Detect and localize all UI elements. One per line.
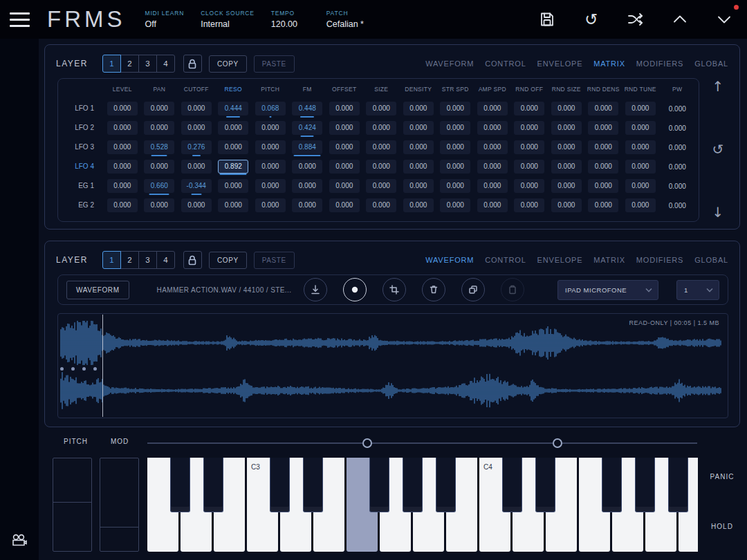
matrix-cell-lfo3-rnd-size[interactable]: 0.000 — [548, 138, 585, 157]
matrix-cell-lfo3-reso[interactable]: 0.000 — [215, 138, 252, 157]
matrix-cell-lfo2-rnd-dens[interactable]: 0.000 — [585, 118, 622, 138]
matrix-cell-lfo4-rnd-tune[interactable]: 0.000 — [622, 157, 659, 176]
input-device-select[interactable]: IPAD MICROFONE — [557, 280, 658, 300]
matrix-cell-lfo3-pitch[interactable]: 0.000 — [252, 138, 289, 157]
tab-global[interactable]: GLOBAL — [694, 59, 728, 68]
layer-button-4[interactable]: 4 — [156, 55, 175, 73]
matrix-cell-lfo2-pitch[interactable]: 0.000 — [252, 118, 289, 138]
range-handle-left[interactable] — [362, 438, 372, 448]
matrix-cell-eg1-amp-spd[interactable]: 0.000 — [474, 176, 511, 196]
matrix-cell-lfo1-pitch[interactable]: 0.068 — [252, 99, 289, 118]
matrix-cell-lfo3-offset[interactable]: 0.000 — [326, 138, 363, 157]
matrix-cell-lfo1-rnd-dens[interactable]: 0.000 — [585, 99, 622, 118]
black-key-ds4[interactable] — [535, 458, 555, 512]
matrix-cell-eg2-pw[interactable]: 0.000 — [659, 196, 697, 215]
video-icon[interactable] — [11, 534, 28, 550]
matrix-cell-lfo1-offset[interactable]: 0.000 — [326, 99, 363, 118]
matrix-cell-eg2-level[interactable]: 0.000 — [104, 196, 141, 215]
layer-button-4[interactable]: 4 — [156, 251, 175, 269]
matrix-cell-lfo1-amp-spd[interactable]: 0.000 — [474, 99, 511, 118]
hamburger-menu-icon[interactable] — [0, 0, 39, 39]
matrix-cell-lfo1-rnd-size[interactable]: 0.000 — [548, 99, 585, 118]
matrix-cell-lfo3-rnd-tune[interactable]: 0.000 — [622, 138, 659, 157]
matrix-cell-lfo3-rnd-off[interactable]: 0.000 — [511, 138, 548, 157]
copy-button[interactable]: COPY — [209, 55, 247, 73]
matrix-cell-lfo4-pitch[interactable]: 0.000 — [252, 157, 289, 176]
matrix-cell-lfo4-pan[interactable]: 0.000 — [141, 157, 178, 176]
matrix-cell-eg2-cutoff[interactable]: 0.000 — [178, 196, 215, 215]
matrix-cell-lfo4-amp-spd[interactable]: 0.000 — [474, 157, 511, 176]
pitch-wheel[interactable] — [53, 458, 92, 552]
matrix-cell-lfo4-str-spd[interactable]: 0.000 — [437, 157, 474, 176]
matrix-cell-lfo2-fm[interactable]: 0.424 — [289, 118, 326, 138]
layer-button-3[interactable]: 3 — [138, 251, 157, 269]
matrix-cell-eg1-cutoff[interactable]: -0.344 — [178, 176, 215, 196]
matrix-cell-eg2-str-spd[interactable]: 0.000 — [437, 196, 474, 215]
matrix-cell-lfo2-rnd-tune[interactable]: 0.000 — [622, 118, 659, 138]
matrix-cell-lfo1-pan[interactable]: 0.000 — [141, 99, 178, 118]
matrix-cell-lfo2-amp-spd[interactable]: 0.000 — [474, 118, 511, 138]
matrix-cell-lfo2-pan[interactable]: 0.000 — [141, 118, 178, 138]
tab-modifiers[interactable]: MODIFIERS — [636, 59, 683, 68]
keyboard-range-slider[interactable] — [147, 442, 697, 444]
tab-waveform[interactable]: WAVEFORM — [425, 256, 474, 264]
reset-matrix-icon[interactable]: ↺ — [712, 141, 724, 158]
matrix-cell-lfo1-density[interactable]: 0.000 — [400, 99, 437, 118]
layer-button-1[interactable]: 1 — [102, 251, 121, 269]
panic-button[interactable]: PANIC — [703, 473, 741, 480]
collapse-down-button[interactable] — [715, 10, 733, 28]
matrix-cell-lfo2-str-spd[interactable]: 0.000 — [437, 118, 474, 138]
matrix-cell-lfo3-pw[interactable]: 0.000 — [659, 138, 697, 157]
matrix-cell-eg1-str-spd[interactable]: 0.000 — [437, 176, 474, 196]
lock-button[interactable] — [183, 55, 202, 73]
matrix-cell-lfo1-rnd-off[interactable]: 0.000 — [511, 99, 548, 118]
matrix-cell-lfo3-str-spd[interactable]: 0.000 — [437, 138, 474, 157]
undo-button[interactable]: ↺ — [582, 10, 600, 28]
matrix-cell-eg1-pitch[interactable]: 0.000 — [252, 176, 289, 196]
black-key-ds3[interactable] — [303, 458, 323, 512]
header-field-tempo[interactable]: TEMPO120.00 — [271, 10, 310, 29]
matrix-cell-eg2-pan[interactable]: 0.000 — [141, 196, 178, 215]
matrix-cell-eg2-density[interactable]: 0.000 — [400, 196, 437, 215]
matrix-cell-lfo2-density[interactable]: 0.000 — [400, 118, 437, 138]
matrix-cell-lfo4-fm[interactable]: 0.000 — [289, 157, 326, 176]
black-key-fs3[interactable] — [369, 458, 389, 512]
matrix-cell-lfo1-size[interactable]: 0.000 — [363, 99, 400, 118]
matrix-cell-lfo1-level[interactable]: 0.000 — [104, 99, 141, 118]
matrix-cell-lfo1-cutoff[interactable]: 0.000 — [178, 99, 215, 118]
matrix-cell-lfo4-offset[interactable]: 0.000 — [326, 157, 363, 176]
duplicate-button[interactable] — [461, 278, 485, 301]
tab-control[interactable]: CONTROL — [485, 256, 526, 264]
matrix-cell-lfo3-rnd-dens[interactable]: 0.000 — [585, 138, 622, 157]
hold-button[interactable]: HOLD — [703, 523, 741, 530]
crop-button[interactable] — [382, 278, 406, 301]
playhead[interactable] — [102, 315, 103, 417]
matrix-cell-eg1-rnd-size[interactable]: 0.000 — [548, 176, 585, 196]
matrix-cell-lfo2-rnd-off[interactable]: 0.000 — [511, 118, 548, 138]
collapse-up-button[interactable] — [671, 10, 689, 28]
matrix-cell-eg2-rnd-tune[interactable]: 0.000 — [622, 196, 659, 215]
channel-select[interactable]: 1 — [676, 280, 719, 300]
matrix-cell-eg2-reso[interactable]: 0.000 — [215, 196, 252, 215]
matrix-cell-lfo3-amp-spd[interactable]: 0.000 — [474, 138, 511, 157]
matrix-cell-eg1-reso[interactable]: 0.000 — [215, 176, 252, 196]
matrix-cell-eg1-offset[interactable]: 0.000 — [326, 176, 363, 196]
matrix-cell-eg1-rnd-off[interactable]: 0.000 — [511, 176, 548, 196]
matrix-cell-lfo1-fm[interactable]: 0.448 — [289, 99, 326, 118]
matrix-cell-eg2-fm[interactable]: 0.000 — [289, 196, 326, 215]
paste-button[interactable]: PASTE — [254, 55, 295, 73]
paste-button[interactable]: PASTE — [254, 252, 295, 269]
layer-button-2[interactable]: 2 — [120, 55, 139, 73]
matrix-cell-eg1-density[interactable]: 0.000 — [400, 176, 437, 196]
matrix-cell-lfo4-cutoff[interactable]: 0.000 — [178, 157, 215, 176]
black-key-cs3[interactable] — [270, 458, 290, 512]
copy-button[interactable]: COPY — [209, 252, 247, 269]
header-field-midi-learn[interactable]: MIDI LEARNOff — [145, 10, 185, 29]
matrix-cell-lfo1-rnd-tune[interactable]: 0.000 — [622, 99, 659, 118]
matrix-cell-eg1-size[interactable]: 0.000 — [363, 176, 400, 196]
matrix-cell-eg1-fm[interactable]: 0.000 — [289, 176, 326, 196]
tab-control[interactable]: CONTROL — [485, 59, 526, 68]
range-handle-right[interactable] — [553, 438, 562, 448]
matrix-cell-lfo3-size[interactable]: 0.000 — [363, 138, 400, 157]
scroll-up-icon[interactable]: ↑ — [712, 78, 724, 95]
